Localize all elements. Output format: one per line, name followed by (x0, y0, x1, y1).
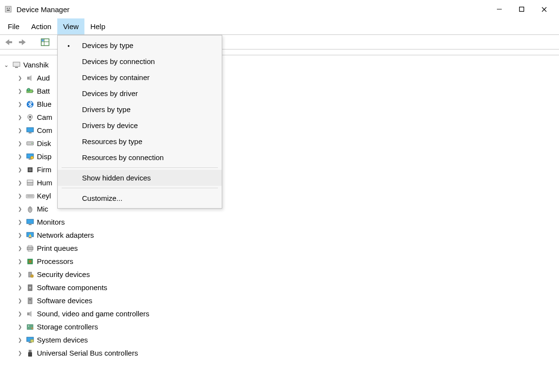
menu-item-label: Resources by connection (82, 153, 164, 162)
menu-devices-by-driver[interactable]: Devices by driver (58, 85, 222, 101)
cpu-icon (25, 257, 35, 266)
svg-rect-32 (29, 168, 32, 171)
storage-icon (25, 322, 35, 332)
svg-rect-62 (29, 350, 32, 352)
svg-point-53 (29, 287, 31, 289)
svg-rect-9 (19, 41, 23, 43)
chevron-right-icon[interactable]: ❯ (16, 180, 23, 185)
chevron-right-icon[interactable]: ❯ (16, 75, 23, 81)
chevron-right-icon[interactable]: ❯ (16, 272, 23, 277)
maximize-button[interactable] (510, 1, 533, 17)
tree-item[interactable]: ❯Software devices (3, 294, 559, 307)
menu-devices-by-container[interactable]: Devices by container (58, 69, 222, 85)
menu-item-label: Drivers by device (82, 121, 138, 130)
chevron-right-icon[interactable]: ❯ (16, 311, 23, 316)
svg-rect-34 (27, 180, 33, 182)
tree-item-label: Firm (37, 165, 51, 174)
chevron-right-icon[interactable]: ❯ (16, 219, 23, 225)
svg-rect-40 (27, 219, 33, 224)
tree-item-label: Aud (37, 74, 50, 82)
usb-icon (25, 348, 35, 358)
svg-point-27 (32, 143, 33, 144)
minimize-button[interactable] (488, 1, 510, 17)
svg-rect-1 (7, 8, 8, 9)
chevron-right-icon[interactable]: ❯ (16, 88, 23, 94)
back-button[interactable] (2, 36, 15, 48)
menu-devices-by-type[interactable]: ● Devices by type (58, 37, 222, 53)
chevron-right-icon[interactable]: ❯ (16, 245, 23, 251)
tree-item[interactable]: ❯Universal Serial Bus controllers (3, 346, 559, 359)
tree-item[interactable]: ❯Software components (3, 281, 559, 294)
mouse-icon (25, 204, 35, 214)
tree-item[interactable]: ❯Storage controllers (3, 320, 559, 333)
software2-icon (25, 296, 35, 306)
tree-item-label: Network adapters (37, 231, 94, 239)
menu-resources-by-connection[interactable]: Resources by connection (58, 149, 222, 165)
menu-item-label: Devices by type (82, 41, 133, 49)
chevron-right-icon[interactable]: ❯ (16, 298, 23, 303)
menu-show-hidden-devices[interactable]: Show hidden devices (58, 170, 222, 186)
menu-devices-by-connection[interactable]: Devices by connection (58, 53, 222, 69)
tree-item-label: Storage controllers (37, 323, 98, 331)
svg-rect-61 (31, 340, 33, 342)
svg-point-22 (29, 116, 31, 118)
chevron-right-icon[interactable]: ❯ (16, 285, 23, 290)
menu-action[interactable]: Action (25, 18, 57, 34)
system-icon (25, 335, 35, 345)
tree-item-label: Processors (37, 257, 73, 265)
svg-rect-43 (29, 237, 32, 238)
menu-resources-by-type[interactable]: Resources by type (58, 133, 222, 149)
chevron-right-icon[interactable]: ❯ (16, 206, 23, 212)
security-icon (25, 270, 35, 279)
tree-item[interactable]: ❯Print queues (3, 242, 559, 255)
svg-rect-24 (27, 128, 33, 132)
bluetooth-icon (25, 99, 35, 109)
menu-customize[interactable]: Customize... (58, 190, 222, 206)
tree-item-label: Cam (37, 113, 52, 121)
forward-button[interactable] (16, 36, 29, 48)
disk-icon (25, 139, 35, 148)
menu-drivers-by-type[interactable]: Drivers by type (58, 101, 222, 117)
menu-separator (62, 167, 218, 168)
window-controls (488, 1, 555, 17)
svg-rect-15 (15, 67, 18, 68)
tree-item-label: Batt (37, 87, 50, 95)
menu-drivers-by-device[interactable]: Drivers by device (58, 117, 222, 133)
menu-view[interactable]: View (57, 18, 84, 34)
svg-rect-54 (28, 298, 32, 304)
svg-rect-51 (32, 276, 33, 277)
chevron-right-icon[interactable]: ❯ (16, 114, 23, 120)
tree-item[interactable]: ❯Monitors (3, 215, 559, 229)
close-button[interactable] (533, 1, 555, 17)
chevron-right-icon[interactable]: ❯ (16, 337, 23, 343)
chevron-down-icon[interactable]: ⌄ (3, 62, 10, 68)
chevron-right-icon[interactable]: ❯ (16, 324, 23, 329)
chevron-right-icon[interactable]: ❯ (16, 141, 23, 146)
properties-button[interactable] (39, 36, 51, 48)
tree-item-label: Disp (37, 152, 51, 161)
chevron-right-icon[interactable]: ❯ (16, 154, 23, 159)
tree-item-label: Monitors (37, 218, 65, 226)
tree-item[interactable]: ❯Security devices (3, 268, 559, 281)
computer-icon (12, 60, 21, 70)
tree-item[interactable]: ❯Processors (3, 255, 559, 268)
tree-item[interactable]: ❯Network adapters (3, 229, 559, 242)
chevron-right-icon[interactable]: ❯ (16, 259, 23, 264)
chevron-right-icon[interactable]: ❯ (16, 128, 23, 133)
monitor-icon (25, 126, 35, 135)
tree-item-label: Hum (37, 179, 52, 187)
menu-help[interactable]: Help (84, 18, 111, 34)
tree-item[interactable]: ❯System devices (3, 333, 559, 346)
tree-item[interactable]: ❯Sound, video and game controllers (3, 307, 559, 320)
chevron-right-icon[interactable]: ❯ (16, 232, 23, 238)
chevron-right-icon[interactable]: ❯ (16, 350, 23, 356)
tree-item-label: Print queues (37, 244, 78, 252)
tree-item-label: Software devices (37, 296, 92, 305)
display-icon (25, 152, 35, 162)
svg-point-30 (31, 156, 33, 159)
chevron-right-icon[interactable]: ❯ (16, 101, 23, 107)
chevron-right-icon[interactable]: ❯ (16, 193, 23, 198)
chevron-right-icon[interactable]: ❯ (16, 167, 23, 172)
menu-file[interactable]: File (2, 18, 25, 34)
svg-rect-45 (28, 245, 32, 247)
